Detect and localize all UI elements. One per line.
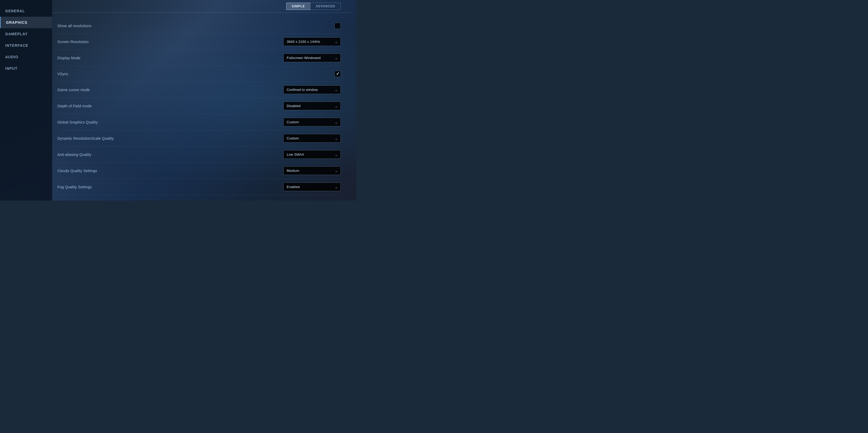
main-content: SIMPLEADVANCED Show all resolutionsScree…	[52, 0, 356, 201]
sidebar-item-general[interactable]: GENERAL	[0, 5, 52, 17]
chevron-down-icon: ⌄	[335, 152, 338, 157]
sidebar-item-graphics[interactable]: GRAPHICS	[0, 17, 52, 28]
setting-label-global-graphics-quality: Global Graphics Quality	[57, 120, 283, 124]
setting-control-game-cursor-mode[interactable]: Confined to window⌄	[283, 85, 341, 94]
sidebar-item-input[interactable]: INPUT	[0, 63, 52, 74]
setting-control-clouds-quality-settings[interactable]: Medium⌄	[283, 166, 341, 175]
chevron-down-icon: ⌄	[335, 136, 338, 141]
chevron-down-icon: ⌄	[335, 120, 338, 124]
chevron-down-icon: ⌄	[335, 169, 338, 173]
dropdown-depth-of-field-mode[interactable]: Disabled⌄	[283, 102, 341, 110]
setting-label-display-mode: Display Mode	[57, 56, 283, 60]
checkbox-vsync[interactable]	[335, 71, 341, 77]
setting-control-show-all-resolutions[interactable]	[335, 23, 341, 29]
setting-label-depth-of-field-mode: Depth of Field mode	[57, 104, 283, 108]
dropdown-dynamic-resolution-scale-quality[interactable]: Custom⌄	[283, 134, 341, 143]
setting-control-display-mode[interactable]: Fullscreen Windowed⌄	[283, 54, 341, 62]
setting-control-anti-aliasing-quality[interactable]: Low SMAA⌄	[283, 150, 341, 159]
sidebar: GENERALGRAPHICSGAMEPLAYINTERFACEAUDIOINP…	[0, 0, 52, 201]
setting-control-fog-quality-settings[interactable]: Enabled⌄	[283, 182, 341, 191]
setting-label-game-cursor-mode: Game cursor mode	[57, 88, 283, 92]
setting-control-depth-of-field-mode[interactable]: Disabled⌄	[283, 102, 341, 110]
setting-control-screen-resolution[interactable]: 3840 x 2160 x 144Hz⌄	[283, 37, 341, 46]
dropdown-fog-quality-settings[interactable]: Enabled⌄	[283, 182, 341, 191]
tab-simple[interactable]: SIMPLE	[286, 3, 310, 10]
tab-advanced[interactable]: ADVANCED	[310, 3, 341, 10]
setting-label-vsync: VSync	[57, 72, 335, 76]
setting-row-game-cursor-mode: Game cursor modeConfined to window⌄	[57, 82, 341, 98]
sidebar-item-audio[interactable]: AUDIO	[0, 51, 52, 63]
setting-control-vsync[interactable]	[335, 71, 341, 77]
setting-row-fog-quality-settings: Fog Quality SettingsEnabled⌄	[57, 179, 341, 195]
sidebar-item-gameplay[interactable]: GAMEPLAY	[0, 28, 52, 40]
dropdown-clouds-quality-settings[interactable]: Medium⌄	[283, 166, 341, 175]
dropdown-game-cursor-mode[interactable]: Confined to window⌄	[283, 85, 341, 94]
setting-row-anti-aliasing-quality: Anti-aliasing QualityLow SMAA⌄	[57, 146, 341, 163]
dropdown-anti-aliasing-quality[interactable]: Low SMAA⌄	[283, 150, 341, 159]
settings-panel: Show all resolutionsScreen Resolution384…	[52, 13, 356, 201]
setting-label-show-all-resolutions: Show all resolutions	[57, 24, 335, 28]
setting-label-dynamic-resolution-scale-quality: Dynamic ResolutionScale Quality	[57, 136, 283, 141]
chevron-down-icon: ⌄	[335, 104, 338, 108]
sidebar-item-interface[interactable]: INTERFACE	[0, 40, 52, 51]
dropdown-global-graphics-quality[interactable]: Custom⌄	[283, 118, 341, 126]
setting-row-show-all-resolutions: Show all resolutions	[57, 18, 341, 34]
setting-row-vsync: VSync	[57, 66, 341, 82]
setting-label-screen-resolution: Screen Resolution	[57, 40, 283, 44]
setting-control-global-graphics-quality[interactable]: Custom⌄	[283, 118, 341, 126]
setting-label-anti-aliasing-quality: Anti-aliasing Quality	[57, 152, 283, 157]
chevron-down-icon: ⌄	[335, 88, 338, 92]
setting-row-clouds-quality-settings: Clouds Quality SettingsMedium⌄	[57, 163, 341, 179]
setting-label-clouds-quality-settings: Clouds Quality Settings	[57, 169, 283, 173]
chevron-down-icon: ⌄	[335, 40, 338, 44]
setting-label-fog-quality-settings: Fog Quality Settings	[57, 185, 283, 189]
dropdown-screen-resolution[interactable]: 3840 x 2160 x 144Hz⌄	[283, 37, 341, 46]
dropdown-display-mode[interactable]: Fullscreen Windowed⌄	[283, 54, 341, 62]
tab-bar: SIMPLEADVANCED	[52, 0, 356, 12]
setting-row-display-mode: Display ModeFullscreen Windowed⌄	[57, 50, 341, 66]
setting-row-dynamic-resolution-scale-quality: Dynamic ResolutionScale QualityCustom⌄	[57, 130, 341, 146]
setting-control-dynamic-resolution-scale-quality[interactable]: Custom⌄	[283, 134, 341, 143]
setting-row-screen-resolution: Screen Resolution3840 x 2160 x 144Hz⌄	[57, 34, 341, 50]
setting-row-global-graphics-quality: Global Graphics QualityCustom⌄	[57, 114, 341, 130]
setting-row-depth-of-field-mode: Depth of Field modeDisabled⌄	[57, 98, 341, 114]
chevron-down-icon: ⌄	[335, 56, 338, 60]
checkbox-show-all-resolutions[interactable]	[335, 23, 341, 29]
chevron-down-icon: ⌄	[335, 185, 338, 189]
